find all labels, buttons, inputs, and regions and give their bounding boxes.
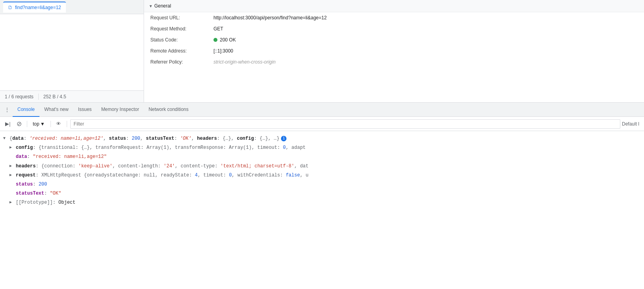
expand-icon-headers[interactable]: ▶ <box>9 163 12 169</box>
config-colon: : <box>33 145 38 150</box>
sidebar-toggle-button[interactable]: ▶| <box>3 119 13 129</box>
tab-whats-new[interactable]: What's new <box>39 103 73 117</box>
general-section-header[interactable]: ▼ General <box>144 0 644 12</box>
left-content <box>0 14 144 90</box>
method-label: Request Method: <box>150 26 213 32</box>
detail-row-method: Request Method: GET <box>144 23 644 34</box>
referrer-label: Referrer Policy: <box>150 59 213 65</box>
console-entry-headers: ▶ headers: {connection: 'keep-alive', co… <box>0 162 644 171</box>
detail-row-remote: Remote Address: [::1]:3000 <box>144 45 644 56</box>
console-entry-prototype: ▶ [[Prototype]]: Object <box>0 198 644 207</box>
tab-console-label: Console <box>17 107 35 112</box>
url-value: http://localhost:3000/api/person/find?na… <box>213 15 638 21</box>
tab-issues[interactable]: Issues <box>73 103 97 117</box>
prototype-colon: : <box>53 200 58 205</box>
remote-value: [::1]:3000 <box>213 48 638 54</box>
info-badge: i <box>281 136 286 141</box>
remote-label: Remote Address: <box>150 48 213 54</box>
status-bar: 1 / 6 requests 252 B / 4.5 <box>0 90 144 102</box>
section-title: General <box>154 3 171 9</box>
tab-bar: 🗋 find?name=li&age=12 <box>0 0 144 14</box>
context-label: top <box>33 121 39 127</box>
sidebar-toggle-icon: ▶| <box>5 121 10 127</box>
method-value: GET <box>213 26 638 32</box>
console-entry-1: ▼ {data: 'received: name=li,age=12', sta… <box>0 134 644 143</box>
tab-network-conditions[interactable]: Network conditions <box>144 103 193 117</box>
context-dropdown-icon: ▼ <box>40 121 45 127</box>
expand-icon-request[interactable]: ▶ <box>9 172 12 178</box>
headers-colon: : <box>36 163 41 169</box>
status-colon: : <box>33 182 38 187</box>
data-colon: : <box>27 154 33 160</box>
eye-button[interactable]: 👁 <box>54 119 64 129</box>
config-value: {transitional: {…}, transformRequest: Ar… <box>39 145 306 150</box>
left-panel: 🗋 find?name=li&age=12 1 / 6 requests 252… <box>0 0 144 102</box>
referrer-value: strict-origin-when-cross-origin <box>213 59 638 65</box>
document-icon: 🗋 <box>8 5 13 10</box>
data-key: data <box>16 154 27 160</box>
request-key: request <box>16 173 36 178</box>
tab-issues-label: Issues <box>78 107 92 112</box>
status-key: status <box>16 182 33 187</box>
devtools-tabs: ⋮ Console What's new Issues Memory Inspe… <box>0 103 644 117</box>
expand-icon-config[interactable]: ▶ <box>9 144 12 151</box>
status-ok: 200 OK <box>213 37 638 43</box>
status-text: 200 OK <box>220 37 236 43</box>
menu-dots-icon: ⋮ <box>4 107 10 113</box>
network-tab[interactable]: 🗋 find?name=li&age=12 <box>3 2 66 13</box>
toolbar-divider-2 <box>51 121 51 127</box>
tab-label: find?name=li&age=12 <box>15 5 61 10</box>
request-colon: : <box>36 173 41 178</box>
context-selector[interactable]: top ▼ <box>30 120 47 128</box>
eye-icon: 👁 <box>56 121 61 127</box>
expand-icon-prototype[interactable]: ▶ <box>9 199 12 206</box>
status-label: Status Code: <box>150 37 213 43</box>
toolbar-divider-1 <box>27 121 27 127</box>
detail-row-url: Request URL: http://localhost:3000/api/p… <box>144 12 644 23</box>
entry-1-text: {data: 'received: name=li,age=12', statu… <box>9 136 286 141</box>
console-entry-data: data: "received: name=li,age=12" <box>0 152 644 161</box>
network-details: Request URL: http://localhost:3000/api/p… <box>144 12 644 68</box>
detail-row-status: Status Code: 200 OK <box>144 34 644 45</box>
console-entry-status: status: 200 <box>0 180 644 189</box>
request-value: XMLHttpRequest {onreadystatechange: null… <box>41 173 309 178</box>
tab-memory-inspector[interactable]: Memory Inspector <box>96 103 144 117</box>
tab-network-conditions-label: Network conditions <box>148 107 188 112</box>
statustext-key: statusText <box>16 191 44 196</box>
tab-whats-new-label: What's new <box>44 107 69 112</box>
clear-console-button[interactable]: ⊘ <box>14 119 24 129</box>
status-dot-icon <box>213 38 217 42</box>
toolbar-divider-3 <box>67 121 67 127</box>
statustext-value: "OK" <box>50 191 61 196</box>
headers-key: headers <box>16 163 36 169</box>
console-entry-config: ▶ config: {transitional: {…}, transformR… <box>0 143 644 152</box>
clear-icon: ⊘ <box>17 120 22 128</box>
default-levels-label: Default l <box>622 121 641 127</box>
status-divider <box>38 94 39 100</box>
devtools-menu-button[interactable]: ⋮ <box>2 103 13 117</box>
config-key: config <box>16 145 33 150</box>
prototype-value: Object <box>58 200 75 205</box>
statustext-colon: : <box>44 191 50 196</box>
headers-value: {connection: 'keep-alive', content-lengt… <box>41 163 309 169</box>
status-number: 200 <box>39 182 47 187</box>
detail-row-referrer: Referrer Policy: strict-origin-when-cros… <box>144 56 644 68</box>
filter-input[interactable] <box>70 119 620 129</box>
transfer-size: 252 B / 4.5 <box>43 94 66 99</box>
prototype-key: [[Prototype]] <box>16 200 53 205</box>
expand-icon-1[interactable]: ▼ <box>3 135 6 142</box>
tab-memory-inspector-label: Memory Inspector <box>101 107 139 112</box>
tab-console[interactable]: Console <box>13 103 39 117</box>
requests-count: 1 / 6 requests <box>5 94 34 99</box>
status-value: 200 OK <box>213 37 638 43</box>
console-entry-statustext: statusText: "OK" <box>0 189 644 198</box>
data-value: "received: name=li,age=12" <box>33 154 107 160</box>
url-label: Request URL: <box>150 15 213 21</box>
network-details-panel: ▼ General Request URL: http://localhost:… <box>144 0 644 102</box>
console-toolbar: ▶| ⊘ top ▼ 👁 Default l <box>0 117 644 131</box>
section-arrow-icon: ▼ <box>149 4 153 8</box>
console-content: ▼ {data: 'received: name=li,age=12', sta… <box>0 131 644 289</box>
console-entry-request: ▶ request: XMLHttpRequest {onreadystatec… <box>0 171 644 180</box>
